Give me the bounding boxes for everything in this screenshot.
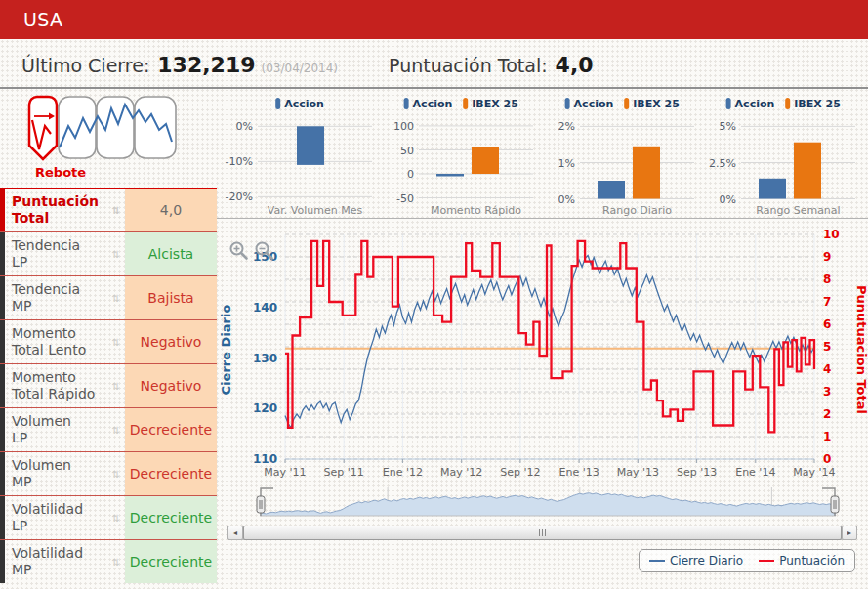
- svg-text:IBEX 25: IBEX 25: [794, 98, 841, 110]
- svg-text:Rango Diario: Rango Diario: [602, 204, 672, 217]
- indicator-row-0[interactable]: PuntuaciónTotal⇅4,0: [0, 188, 217, 231]
- summary-bar: Último Cierre: 132,219 (03/04/2014) Punt…: [0, 39, 868, 89]
- svg-text:1: 1: [823, 430, 831, 443]
- navigator-panel: Ene '12Ene '13Ene '14: [217, 486, 868, 526]
- svg-text:IBEX 25: IBEX 25: [633, 98, 680, 110]
- mini-legend-item-accion[interactable]: Accion: [404, 98, 453, 110]
- expand-sort-icon[interactable]: ⇅: [112, 554, 120, 570]
- svg-text:May '11: May '11: [264, 466, 306, 479]
- total-score-value: 4,0: [556, 53, 594, 77]
- last-close-value: 132,219: [157, 53, 255, 77]
- zoom-in-icon[interactable]: [228, 240, 250, 262]
- indicator-value: Decreciente: [125, 540, 217, 583]
- svg-text:Accion: Accion: [574, 98, 614, 110]
- bar-ibex-25: [794, 143, 821, 199]
- svg-text:Rango Semanal: Rango Semanal: [756, 204, 840, 217]
- scrollbar-thumb[interactable]: [243, 526, 842, 540]
- svg-text:1%: 1%: [558, 157, 575, 170]
- pattern-icon-4[interactable]: [135, 97, 176, 158]
- mini-legend-item-ibex-25[interactable]: IBEX 25: [463, 98, 518, 110]
- expand-sort-icon[interactable]: ⇅: [112, 246, 120, 263]
- navigator-handle-right[interactable]: [831, 496, 839, 513]
- mini-legend-item-ibex-25[interactable]: IBEX 25: [624, 98, 680, 110]
- bar-ibex-25: [633, 147, 660, 199]
- svg-text:0: 0: [407, 168, 414, 181]
- indicator-row-6[interactable]: VolumenMP⇅Decreciente: [0, 451, 217, 495]
- indicator-row-2[interactable]: TendenciaMP⇅Bajista: [0, 275, 217, 319]
- indicator-value: Decreciente: [125, 496, 217, 539]
- svg-text:100: 100: [393, 120, 414, 133]
- svg-text:-10%: -10%: [226, 155, 253, 168]
- svg-text:May '13: May '13: [617, 466, 659, 479]
- chart-scrollbar[interactable]: ◂ ▸: [227, 526, 857, 540]
- blue-line-swatch-icon: [649, 560, 665, 562]
- svg-text:2: 2: [823, 407, 831, 421]
- indicator-row-4[interactable]: MomentoTotal Rápido⇅Negativo: [0, 363, 217, 407]
- indicator-value: 4,0: [125, 189, 217, 231]
- pattern-icon-3[interactable]: [97, 97, 134, 158]
- last-close-date: (03/04/2014): [262, 62, 339, 75]
- indicator-label: MomentoTotal Rápido⇅: [0, 364, 125, 407]
- indicator-row-5[interactable]: VolumenLP⇅Decreciente: [0, 407, 217, 451]
- svg-text:Var. Volumen Mes: Var. Volumen Mes: [268, 204, 363, 217]
- expand-sort-icon[interactable]: ⇅: [112, 202, 120, 219]
- series-puntuación: [285, 241, 814, 433]
- indicator-row-3[interactable]: MomentoTotal Lento⇅Negativo: [0, 319, 217, 363]
- svg-text:3: 3: [823, 385, 831, 399]
- charts-column: Accion0%-10%-20%Var. Volumen MesAccionIB…: [217, 89, 868, 589]
- indicator-row-8[interactable]: VolatilidadMP⇅Decreciente: [0, 539, 217, 583]
- mini-legend-item-accion[interactable]: Accion: [565, 98, 614, 110]
- svg-text:120: 120: [253, 401, 277, 415]
- bar-accion: [297, 126, 324, 165]
- mini-legend-item-accion[interactable]: Accion: [726, 98, 775, 110]
- mini-chart-momento-rapido: AccionIBEX 25100500-50Momento Rápido: [380, 89, 541, 218]
- chart-legend: Cierre Diario Puntuación: [639, 549, 855, 572]
- svg-text:Ene '14: Ene '14: [735, 466, 775, 479]
- svg-text:130: 130: [253, 352, 277, 365]
- indicator-row-7[interactable]: VolatilidadLP⇅Decreciente: [0, 495, 217, 539]
- series-cierre-diario: [285, 255, 814, 428]
- expand-sort-icon[interactable]: ⇅: [112, 378, 120, 395]
- svg-text:140: 140: [253, 301, 277, 315]
- svg-text:0: 0: [823, 452, 831, 466]
- indicator-label: TendenciaLP⇅: [0, 232, 125, 275]
- scrollbar-right-arrow-icon[interactable]: ▸: [842, 526, 857, 540]
- left-axis-title: Cierre Diario: [219, 305, 233, 396]
- indicator-sidebar: Rebote PuntuaciónTotal⇅4,0TendenciaLP⇅Al…: [0, 89, 217, 589]
- svg-text:8: 8: [823, 273, 831, 286]
- expand-sort-icon[interactable]: ⇅: [112, 334, 120, 351]
- indicator-value: Bajista: [125, 276, 217, 319]
- mini-legend-item-ibex-25[interactable]: IBEX 25: [785, 98, 841, 110]
- pattern-label: Rebote: [35, 165, 86, 180]
- scrollbar-left-arrow-icon[interactable]: ◂: [227, 526, 243, 540]
- legend-item-cierre-diario[interactable]: Cierre Diario: [649, 554, 743, 568]
- zoom-out-icon[interactable]: [254, 240, 275, 262]
- svg-text:May '14: May '14: [793, 466, 835, 479]
- expand-sort-icon[interactable]: ⇅: [112, 290, 120, 307]
- indicator-table: PuntuaciónTotal⇅4,0TendenciaLP⇅AlcistaTe…: [0, 188, 217, 583]
- navigator-canvas[interactable]: Ene '12Ene '13Ene '14: [217, 486, 868, 526]
- expand-sort-icon[interactable]: ⇅: [112, 466, 120, 483]
- expand-sort-icon[interactable]: ⇅: [112, 422, 120, 439]
- svg-text:-20%: -20%: [226, 190, 253, 203]
- bar-ibex-25: [472, 147, 499, 174]
- legend-item-puntuacion[interactable]: Puntuación: [759, 554, 845, 568]
- indicator-label: VolatilidadMP⇅: [0, 540, 125, 583]
- svg-text:Ene '12: Ene '12: [383, 466, 423, 479]
- pattern-icons-canvas: [0, 89, 217, 188]
- mini-legend-item-accion[interactable]: Accion: [275, 98, 324, 110]
- page-title: USA: [23, 9, 62, 30]
- navigator-handle-left[interactable]: [257, 496, 265, 513]
- expand-sort-icon[interactable]: ⇅: [112, 510, 120, 526]
- mini-charts-row: Accion0%-10%-20%Var. Volumen MesAccionIB…: [217, 89, 868, 218]
- indicator-row-1[interactable]: TendenciaLP⇅Alcista: [0, 231, 217, 275]
- bar-accion: [436, 174, 464, 177]
- svg-text:9: 9: [823, 250, 831, 264]
- svg-text:Sep '11: Sep '11: [324, 466, 364, 479]
- svg-text:0%: 0%: [720, 193, 736, 206]
- indicator-label: VolumenMP⇅: [0, 452, 125, 495]
- svg-text:Momento Rápido: Momento Rápido: [431, 204, 521, 217]
- right-axis-title: Punutuacion Total: [854, 285, 868, 414]
- main-chart-canvas[interactable]: 110120130140150012345678910May '11Sep '1…: [217, 219, 868, 486]
- pattern-icon-2[interactable]: [59, 97, 96, 158]
